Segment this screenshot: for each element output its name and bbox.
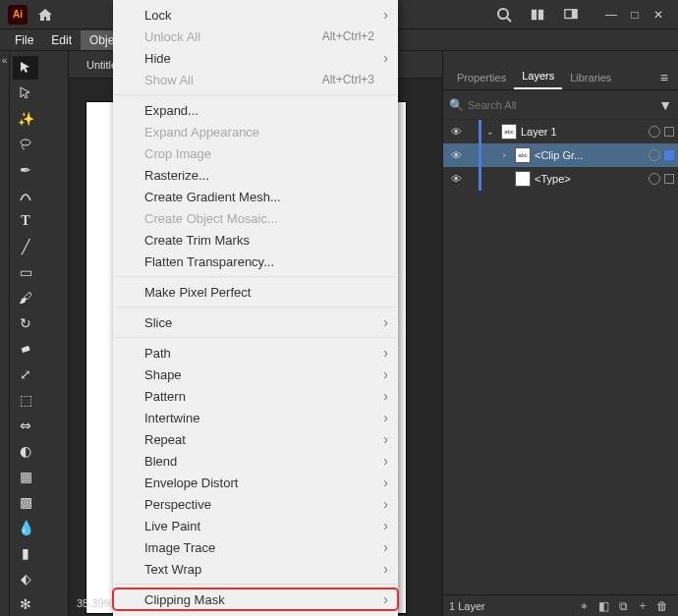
menu-item[interactable]: Make Pixel Perfect <box>113 281 398 303</box>
menu-item[interactable]: Blend <box>113 450 398 472</box>
width-tool[interactable]: ⇔ <box>13 414 38 437</box>
menu-item[interactable]: Create Trim Marks <box>113 229 398 251</box>
menu-item: Show AllAlt+Ctrl+3 <box>113 69 398 90</box>
tab-layers[interactable]: Layers <box>514 64 562 89</box>
locate-object-icon[interactable]: ⌖ <box>574 599 593 613</box>
tab-libraries[interactable]: Libraries <box>562 66 619 89</box>
layer-name[interactable]: Layer 1 <box>521 126 645 138</box>
menu-item[interactable]: Envelope Distort <box>113 472 398 493</box>
delete-layer-icon[interactable]: 🗑 <box>652 599 672 613</box>
perspective-tool[interactable]: ▦ <box>13 465 38 488</box>
minimize-button[interactable]: — <box>599 7 623 23</box>
svg-point-6 <box>21 140 30 145</box>
layer-row[interactable]: 👁 <Type> <box>443 167 678 191</box>
scale-tool[interactable]: ⤢ <box>13 363 38 386</box>
symbol-sprayer-tool[interactable]: ✻ <box>13 592 38 616</box>
menu-item: Crop Image <box>113 142 398 164</box>
app-logo: Ai <box>8 5 28 25</box>
menu-item[interactable]: Path <box>113 342 398 364</box>
menu-edit[interactable]: Edit <box>42 30 81 50</box>
disclosure-icon[interactable]: › <box>497 150 511 160</box>
home-icon[interactable] <box>37 7 53 23</box>
layer-thumbnail: abc <box>515 147 531 163</box>
rectangle-tool[interactable]: ▭ <box>13 260 38 284</box>
maximize-button[interactable]: □ <box>623 7 647 23</box>
menu-item[interactable]: Lock <box>113 4 398 26</box>
zoom-level[interactable]: 35.39% <box>77 597 113 609</box>
layer-row[interactable]: 👁 ⌄ abc Layer 1 <box>443 120 678 143</box>
magic-wand-tool[interactable]: ✨ <box>13 107 38 131</box>
menu-separator <box>115 94 396 95</box>
filter-icon[interactable]: ▼ <box>658 97 672 113</box>
eraser-tool[interactable] <box>13 337 38 361</box>
menu-file[interactable]: File <box>6 30 42 50</box>
menu-item-label: Path <box>144 346 374 361</box>
menu-item-label: Live Paint <box>144 519 374 533</box>
target-icon[interactable] <box>649 173 660 185</box>
menu-item[interactable]: Create Gradient Mesh... <box>113 186 398 207</box>
target-icon[interactable] <box>649 149 660 161</box>
blend-tool[interactable]: ⬖ <box>13 567 38 590</box>
menu-item[interactable]: Shape <box>113 364 398 385</box>
layer-color-stripe <box>479 143 481 167</box>
menu-item[interactable]: Expand... <box>113 99 398 121</box>
menu-item: Unlock AllAlt+Ctrl+2 <box>113 26 398 47</box>
visibility-toggle[interactable]: 👁 <box>447 173 465 185</box>
menu-item[interactable]: Slice <box>113 311 398 333</box>
selection-tool[interactable] <box>13 56 38 80</box>
visibility-toggle[interactable]: 👁 <box>447 149 465 161</box>
selection-indicator[interactable] <box>664 127 674 137</box>
menu-item[interactable]: Rasterize... <box>113 164 398 186</box>
pen-tool[interactable]: ✒ <box>13 158 38 182</box>
shape-builder-tool[interactable]: ◐ <box>13 439 38 463</box>
menu-item[interactable]: Perspective <box>113 493 398 515</box>
svg-point-0 <box>498 9 508 19</box>
menu-item[interactable]: Image Trace <box>113 536 398 558</box>
mesh-tool[interactable]: ▩ <box>13 490 38 514</box>
search-icon[interactable] <box>493 4 515 26</box>
menu-item[interactable]: Live Paint <box>113 515 398 536</box>
selection-indicator[interactable] <box>664 174 674 184</box>
rotate-tool[interactable]: ↻ <box>13 311 38 335</box>
disclosure-icon[interactable]: ⌄ <box>483 127 497 137</box>
panel-collapse-toggle[interactable]: « <box>0 51 10 616</box>
layer-name[interactable]: <Clip Gr... <box>535 149 645 161</box>
lasso-tool[interactable] <box>13 133 38 156</box>
workspace-switcher-icon[interactable] <box>560 4 582 26</box>
line-tool[interactable]: ╱ <box>13 235 38 258</box>
free-transform-tool[interactable]: ⬚ <box>13 388 38 412</box>
arrange-docs-icon[interactable] <box>527 4 548 26</box>
menu-item[interactable]: Intertwine <box>113 407 398 428</box>
target-icon[interactable] <box>649 126 660 138</box>
curvature-tool[interactable] <box>13 184 38 207</box>
type-tool[interactable]: T <box>13 209 38 233</box>
tab-properties[interactable]: Properties <box>449 66 514 89</box>
search-icon: 🔍 <box>449 98 464 112</box>
gradient-tool[interactable]: ▮ <box>13 541 38 565</box>
menu-item-label: Pattern <box>144 389 374 404</box>
menu-item[interactable]: Pattern <box>113 385 398 407</box>
menu-item-label: Clipping Mask <box>144 592 374 607</box>
new-layer-icon[interactable]: ＋ <box>633 597 652 614</box>
eyedropper-tool[interactable]: 💧 <box>13 516 38 539</box>
menu-item[interactable]: Text Wrap <box>113 558 398 580</box>
clipping-mask-icon[interactable]: ◧ <box>593 599 613 613</box>
layers-search-input[interactable] <box>468 99 652 111</box>
layer-row[interactable]: 👁 › abc <Clip Gr... <box>443 143 678 167</box>
paintbrush-tool[interactable]: 🖌 <box>13 286 38 309</box>
close-button[interactable]: ✕ <box>647 7 670 23</box>
menu-item-label: Shape <box>144 367 374 382</box>
new-sublayer-icon[interactable]: ⧉ <box>613 599 633 613</box>
layer-name[interactable]: <Type> <box>535 173 645 185</box>
menu-item-label: Slice <box>144 315 374 330</box>
menu-item[interactable]: Flatten Transparency... <box>113 251 398 272</box>
menu-item-label: Image Trace <box>144 540 374 555</box>
menu-item[interactable]: Clipping Mask <box>113 588 398 610</box>
panel-menu-icon[interactable]: ≡ <box>656 66 672 89</box>
menu-item[interactable]: Hide <box>113 47 398 69</box>
visibility-toggle[interactable]: 👁 <box>447 126 465 138</box>
selection-indicator[interactable] <box>664 150 674 160</box>
menu-item[interactable]: Repeat <box>113 428 398 450</box>
layers-footer: 1 Layer ⌖ ◧ ⧉ ＋ 🗑 <box>443 594 678 616</box>
direct-selection-tool[interactable] <box>13 82 38 105</box>
